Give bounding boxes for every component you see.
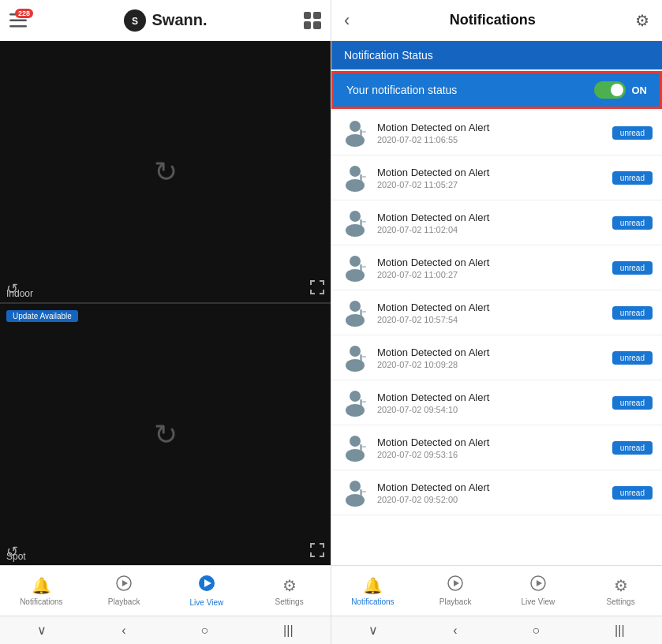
- unread-badge[interactable]: unread: [612, 486, 653, 500]
- person-icon: [342, 208, 368, 237]
- right-system-nav: ∨ ‹ ○ |||: [331, 616, 662, 644]
- right-home-icon[interactable]: ○: [533, 623, 540, 638]
- notif-time: 2020-07-02 11:05:27: [377, 180, 604, 189]
- unread-badge[interactable]: unread: [612, 441, 653, 455]
- left-nav-notifications[interactable]: 🔔 Notifications: [0, 566, 83, 616]
- notif-avatar: [341, 253, 369, 282]
- notification-item[interactable]: Motion Detected on Alert 2020-07-02 10:0…: [331, 335, 662, 380]
- notif-time: 2020-07-02 11:02:04: [377, 225, 604, 234]
- notif-content: Motion Detected on Alert 2020-07-02 11:0…: [377, 212, 604, 234]
- notif-time: 2020-07-02 10:09:28: [377, 360, 604, 369]
- right-recents-icon[interactable]: |||: [615, 623, 624, 638]
- notif-content: Motion Detected on Alert 2020-07-02 10:5…: [377, 301, 604, 324]
- notif-avatar: [341, 118, 369, 147]
- right-liveview-icon: [530, 575, 546, 595]
- svg-rect-44: [362, 491, 366, 492]
- back-button[interactable]: ‹: [344, 10, 350, 31]
- svg-rect-11: [360, 129, 362, 139]
- left-panel: 228 S Swann. ↻ ↺: [0, 0, 331, 644]
- camera-feed-indoor: ↻ ↺ Indoor: [0, 41, 331, 302]
- notification-item[interactable]: Motion Detected on Alert 2020-07-02 11:0…: [331, 200, 662, 245]
- notif-time: 2020-07-02 09:52:00: [377, 495, 604, 504]
- svg-text:S: S: [132, 16, 138, 27]
- menu-button[interactable]: 228: [9, 13, 27, 28]
- notification-item[interactable]: Motion Detected on Alert 2020-07-02 10:5…: [331, 290, 662, 335]
- unread-badge[interactable]: unread: [612, 261, 653, 275]
- notif-time: 2020-07-02 11:00:27: [377, 270, 604, 279]
- loading-icon: ↻: [154, 155, 178, 189]
- fullscreen-button[interactable]: [310, 280, 324, 298]
- notif-title: Motion Detected on Alert: [377, 346, 604, 358]
- camera-feed-spot: ↻ Update Available ↺ Spot: [0, 302, 331, 565]
- unread-badge[interactable]: unread: [612, 126, 653, 140]
- camera-feeds: ↻ ↺ Indoor ↻ Update Available ↺: [0, 41, 331, 565]
- toggle-label: Your notification status: [346, 84, 457, 96]
- left-nav-liveview-label: Live View: [190, 598, 224, 607]
- notif-avatar: [341, 388, 369, 417]
- svg-rect-28: [362, 311, 366, 313]
- notification-item[interactable]: Motion Detected on Alert 2020-07-02 11:0…: [331, 245, 662, 290]
- notification-item[interactable]: Motion Detected on Alert 2020-07-02 11:0…: [331, 155, 662, 200]
- notif-content: Motion Detected on Alert 2020-07-02 11:0…: [377, 122, 604, 144]
- svg-marker-6: [122, 580, 128, 586]
- notif-avatar: [341, 208, 369, 237]
- fullscreen-button-2[interactable]: [310, 543, 324, 560]
- person-icon: [342, 118, 368, 147]
- left-nav-settings[interactable]: ⚙ Settings: [248, 566, 331, 616]
- right-nav-liveview[interactable]: Live View: [497, 566, 580, 616]
- notification-item[interactable]: Motion Detected on Alert 2020-07-02 11:0…: [331, 110, 662, 155]
- person-icon: [342, 343, 368, 372]
- settings-icon: ⚙: [282, 576, 297, 595]
- settings-gear-button[interactable]: ⚙: [635, 11, 649, 30]
- notif-title: Motion Detected on Alert: [377, 212, 604, 223]
- notification-status-title: Notification Status: [344, 49, 433, 62]
- svg-rect-20: [362, 221, 366, 223]
- recents-icon[interactable]: |||: [283, 623, 293, 638]
- right-nav-settings-label: Settings: [607, 597, 635, 606]
- unread-badge[interactable]: unread: [612, 216, 653, 230]
- unread-badge[interactable]: unread: [612, 171, 653, 185]
- notification-toggle[interactable]: [594, 81, 626, 99]
- swann-logo-icon: S: [123, 9, 147, 32]
- left-bottom-nav: 🔔 Notifications Playback Live View ⚙ Set…: [0, 565, 331, 616]
- notif-content: Motion Detected on Alert 2020-07-02 09:5…: [377, 391, 604, 414]
- svg-point-17: [350, 211, 361, 222]
- notification-status-bar: Notification Status: [331, 41, 662, 69]
- unread-badge[interactable]: unread: [612, 351, 653, 365]
- svg-point-13: [350, 166, 361, 177]
- svg-point-9: [350, 121, 361, 132]
- right-nav-playback[interactable]: Playback: [414, 566, 497, 616]
- right-nav-notifications[interactable]: 🔔 Notifications: [331, 566, 414, 616]
- right-nav-playback-label: Playback: [439, 597, 472, 606]
- notif-avatar: [341, 298, 369, 327]
- grid-view-button[interactable]: [304, 12, 321, 29]
- right-chevron-down-icon[interactable]: ∨: [368, 623, 378, 638]
- unread-badge[interactable]: unread: [612, 306, 653, 320]
- right-nav-settings[interactable]: ⚙ Settings: [579, 566, 662, 616]
- notif-content: Motion Detected on Alert 2020-07-02 09:5…: [377, 436, 604, 459]
- person-icon: [342, 478, 368, 507]
- notification-item[interactable]: Motion Detected on Alert 2020-07-02 09:5…: [331, 380, 662, 425]
- svg-rect-16: [362, 176, 366, 178]
- update-badge: Update Available: [6, 310, 78, 322]
- notif-title: Motion Detected on Alert: [377, 301, 604, 313]
- home-icon[interactable]: ○: [201, 623, 209, 638]
- back-icon[interactable]: ‹: [122, 623, 125, 638]
- right-back-icon[interactable]: ‹: [453, 623, 457, 638]
- left-nav-liveview[interactable]: Live View: [166, 566, 249, 616]
- notification-item[interactable]: Motion Detected on Alert 2020-07-02 09:5…: [331, 470, 662, 515]
- svg-rect-32: [362, 356, 366, 358]
- person-icon: [342, 253, 368, 282]
- notification-toggle-row: Your notification status ON: [331, 71, 662, 109]
- playback-icon: [116, 575, 132, 595]
- svg-rect-12: [362, 131, 366, 133]
- chevron-down-icon[interactable]: ∨: [37, 623, 47, 638]
- svg-marker-46: [454, 580, 459, 586]
- person-icon: [342, 388, 368, 417]
- swann-logo: S Swann.: [123, 9, 207, 32]
- notification-item[interactable]: Motion Detected on Alert 2020-07-02 09:5…: [331, 425, 662, 470]
- unread-badge[interactable]: unread: [612, 396, 653, 410]
- page-title: Notifications: [450, 12, 536, 28]
- notif-time: 2020-07-02 09:53:16: [377, 450, 604, 459]
- left-nav-playback[interactable]: Playback: [83, 566, 166, 616]
